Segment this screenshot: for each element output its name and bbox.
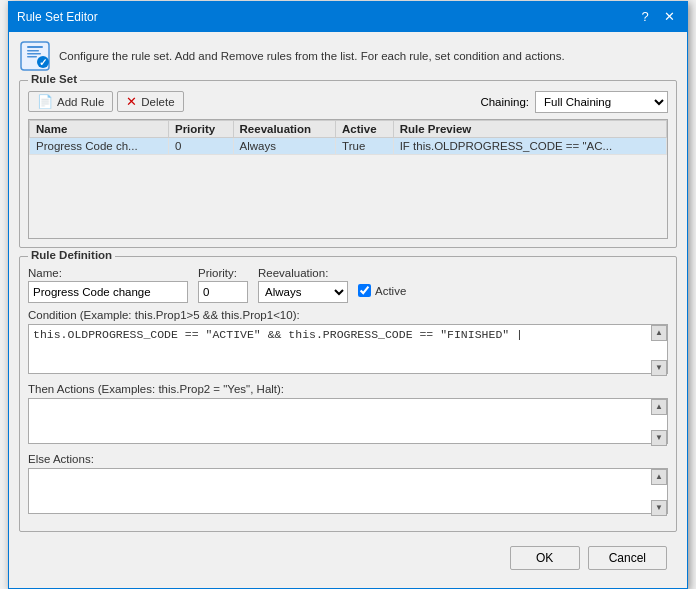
name-input[interactable] [28,281,188,303]
svg-rect-2 [27,50,39,52]
chaining-select[interactable]: Full Chaining None Sequential Chaining [535,91,668,113]
close-button[interactable]: ✕ [659,7,679,27]
else-scroll-down[interactable]: ▼ [651,500,667,516]
chaining-label: Chaining: [480,96,529,108]
table-header-row: Name Priority Reevaluation Active Rule P… [30,120,667,137]
name-field-group: Name: [28,267,188,303]
rule-definition-group: Rule Definition Name: Priority: Reevalua… [19,256,677,532]
then-scroll-down[interactable]: ▼ [651,430,667,446]
condition-scrollbar: ▲ ▼ [651,325,667,376]
then-scrollbar: ▲ ▼ [651,399,667,446]
rules-table-container[interactable]: Name Priority Reevaluation Active Rule P… [28,119,668,239]
dialog-title: Rule Set Editor [17,10,98,24]
active-checkbox-label: Active [358,284,406,299]
active-label: Active [375,285,406,297]
rule-definition-title: Rule Definition [28,249,115,261]
reeval-select[interactable]: Always Never Active [258,281,348,303]
svg-rect-1 [27,46,43,48]
row-name: Progress Code ch... [30,137,169,154]
rule-def-row: Name: Priority: Reevaluation: Always Nev… [28,267,668,303]
svg-text:✓: ✓ [39,57,47,68]
priority-field-group: Priority: [198,267,248,303]
info-icon: ✓ [19,40,51,72]
ruleset-group-title: Rule Set [28,73,80,85]
condition-label: Condition (Example: this.Prop1>5 && this… [28,309,668,321]
rules-table: Name Priority Reevaluation Active Rule P… [29,120,667,155]
col-priority: Priority [168,120,233,137]
priority-label: Priority: [198,267,248,279]
dialog-body: ✓ Configure the rule set. Add and Remove… [9,32,687,588]
dialog-footer: OK Cancel [19,540,677,578]
row-reevaluation: Always [233,137,336,154]
reeval-label: Reevaluation: [258,267,406,279]
ok-button[interactable]: OK [510,546,580,570]
rule-set-editor-dialog: Rule Set Editor ? ✕ ✓ Configure the rul [8,1,688,589]
title-bar: Rule Set Editor ? ✕ [9,2,687,32]
name-label: Name: [28,267,188,279]
toolbar-left: 📄 Add Rule ✕ Delete [28,91,184,112]
title-bar-controls: ? ✕ [635,7,679,27]
ruleset-group: Rule Set 📄 Add Rule ✕ Delete Chaining: [19,80,677,248]
condition-scroll-up[interactable]: ▲ [651,325,667,341]
row-priority: 0 [168,137,233,154]
row-preview: IF this.OLDPROGRESS_CODE == "AC... [393,137,666,154]
condition-container: this.OLDPROGRESS_CODE == "ACTIVE" && thi… [28,324,668,377]
then-scroll-up[interactable]: ▲ [651,399,667,415]
else-container: ▲ ▼ [28,468,668,517]
col-active: Active [336,120,394,137]
row-active: True [336,137,394,154]
table-row[interactable]: Progress Code ch... 0 Always True IF thi… [30,137,667,154]
priority-input[interactable] [198,281,248,303]
svg-rect-4 [27,56,37,58]
help-button[interactable]: ? [635,7,655,27]
else-scrollbar: ▲ ▼ [651,469,667,516]
col-preview: Rule Preview [393,120,666,137]
cancel-button[interactable]: Cancel [588,546,667,570]
else-label: Else Actions: [28,453,668,465]
add-icon: 📄 [37,94,53,109]
delete-button[interactable]: ✕ Delete [117,91,183,112]
then-textarea[interactable] [28,398,668,444]
description-text: Configure the rule set. Add and Remove r… [59,50,565,62]
add-rule-label: Add Rule [57,96,104,108]
active-checkbox[interactable] [358,284,371,297]
title-bar-left: Rule Set Editor [17,10,98,24]
else-textarea[interactable] [28,468,668,514]
ruleset-toolbar: 📄 Add Rule ✕ Delete Chaining: Full Chain… [28,91,668,113]
condition-scroll-down[interactable]: ▼ [651,360,667,376]
else-scroll-up[interactable]: ▲ [651,469,667,485]
delete-label: Delete [141,96,174,108]
col-reevaluation: Reevaluation [233,120,336,137]
delete-icon: ✕ [126,94,137,109]
then-label: Then Actions (Examples: this.Prop2 = "Ye… [28,383,668,395]
then-container: ▲ ▼ [28,398,668,447]
toolbar-right: Chaining: Full Chaining None Sequential … [480,91,668,113]
condition-textarea[interactable]: this.OLDPROGRESS_CODE == "ACTIVE" && thi… [28,324,668,374]
col-name: Name [30,120,169,137]
svg-rect-3 [27,53,41,55]
reeval-field-group: Reevaluation: Always Never Active Active [258,267,406,303]
add-rule-button[interactable]: 📄 Add Rule [28,91,113,112]
description-row: ✓ Configure the rule set. Add and Remove… [19,40,677,72]
